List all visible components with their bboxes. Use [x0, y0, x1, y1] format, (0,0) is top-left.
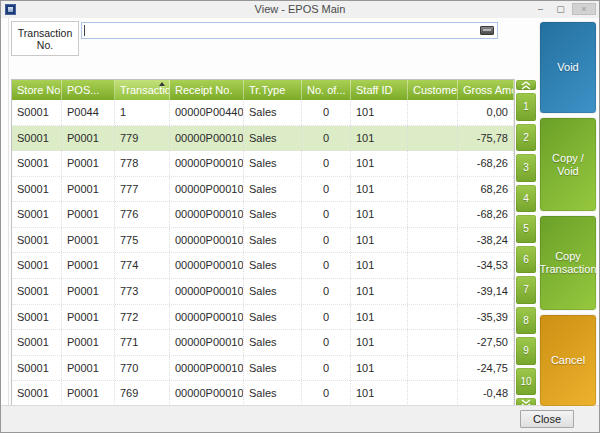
table-cell: -75,78 [458, 126, 514, 151]
column-header-tr-type[interactable]: Tr.Type [244, 80, 302, 100]
table-cell: -68,26 [458, 151, 514, 176]
table-cell: 776 [115, 202, 170, 227]
table-cell: 101 [351, 100, 408, 125]
close-window-button[interactable]: × [572, 3, 596, 15]
table-cell [408, 305, 458, 330]
table-cell: S0001 [12, 330, 62, 355]
table-row[interactable]: S0001P000177300000P000100000...Sales0101… [12, 279, 514, 305]
pager-button-1[interactable]: 1 [515, 92, 537, 122]
table-cell: P0001 [62, 202, 115, 227]
table-cell: 0 [302, 100, 351, 125]
table-row[interactable]: S0001P000176900000P000100000...Sales0101… [12, 381, 514, 407]
column-header-no-of[interactable]: No. of... [302, 80, 351, 100]
maximize-button[interactable]: ▢ [552, 3, 569, 15]
table-cell: 101 [351, 330, 408, 355]
main-content: Transaction No. Store No.POS...Transacti… [1, 18, 599, 432]
column-header-receipt-no[interactable]: Receipt No. [170, 80, 244, 100]
table-cell: 00000P000100000... [170, 151, 244, 176]
pager-button-2[interactable]: 2 [515, 123, 537, 153]
table-cell: 0 [302, 253, 351, 278]
table-cell: P0001 [62, 228, 115, 253]
scroll-up-icon[interactable] [515, 79, 537, 91]
table-cell: 774 [115, 253, 170, 278]
sort-ascending-icon [159, 82, 165, 86]
text-caret [84, 25, 85, 36]
table-cell: P0044 [62, 100, 115, 125]
pager-button-5[interactable]: 5 [515, 214, 537, 244]
pager-button-3[interactable]: 3 [515, 153, 537, 183]
table-row[interactable]: S0001P0044100000P004400000...Sales01010,… [12, 100, 514, 126]
column-header-staff-id[interactable]: Staff ID [351, 80, 408, 100]
column-header-label: Staff ID [356, 84, 392, 96]
copy-transaction-button[interactable]: Copy Transaction [539, 215, 597, 311]
void-button[interactable]: Void [539, 21, 597, 114]
table-cell: P0001 [62, 253, 115, 278]
column-header-label: Store No. [17, 84, 62, 96]
table-row[interactable]: S0001P000177100000P000100000...Sales0101… [12, 330, 514, 356]
table-cell: 101 [351, 126, 408, 151]
column-header-gross-amount[interactable]: Gross Amount [458, 80, 514, 100]
column-header-transaction[interactable]: Transaction... [115, 80, 170, 100]
transaction-no-input[interactable] [81, 22, 498, 39]
table-row[interactable]: S0001P000177700000P000100000...Sales0101… [12, 177, 514, 203]
table-cell: Sales [244, 305, 302, 330]
column-header-label: Gross Amount [463, 84, 514, 96]
table-cell: P0001 [62, 177, 115, 202]
pager-button-9[interactable]: 9 [515, 336, 537, 366]
table-row[interactable]: S0001P000177200000P000100000...Sales0101… [12, 305, 514, 331]
table-row[interactable]: S0001P000177600000P000100000...Sales0101… [12, 202, 514, 228]
close-button[interactable]: Close [520, 410, 574, 428]
table-cell: -34,53 [458, 253, 514, 278]
table-cell: S0001 [12, 100, 62, 125]
table-cell: S0001 [12, 126, 62, 151]
pager-button-7[interactable]: 7 [515, 275, 537, 305]
copy-void-button[interactable]: Copy / Void [539, 117, 597, 212]
table-cell: 779 [115, 126, 170, 151]
table-cell [408, 279, 458, 304]
table-row[interactable]: S0001P000177900000P000100000...Sales0101… [12, 126, 514, 152]
table-cell [408, 177, 458, 202]
table-cell: Sales [244, 202, 302, 227]
table-cell: 0 [302, 330, 351, 355]
table-cell: 00000P004400000... [170, 100, 244, 125]
table-cell: 0 [302, 126, 351, 151]
table-cell: 0 [302, 177, 351, 202]
table-cell: 00000P000100000... [170, 381, 244, 406]
table-cell: P0001 [62, 305, 115, 330]
table-cell: 101 [351, 279, 408, 304]
table-cell: S0001 [12, 356, 62, 381]
column-header-pos[interactable]: POS... [62, 80, 115, 100]
pager-button-6[interactable]: 6 [515, 245, 537, 275]
table-cell: 0 [302, 356, 351, 381]
table-cell: Sales [244, 381, 302, 406]
table-cell [408, 253, 458, 278]
keyboard-icon[interactable] [480, 26, 494, 35]
cancel-button[interactable]: Cancel [539, 314, 597, 407]
pager-button-10[interactable]: 10 [515, 367, 537, 397]
table-cell [408, 330, 458, 355]
table-row[interactable]: S0001P000177800000P000100000...Sales0101… [12, 151, 514, 177]
table-cell: P0001 [62, 330, 115, 355]
column-header-label: No. of... [307, 84, 346, 96]
table-cell: -24,75 [458, 356, 514, 381]
window-controls: – ▢ × [532, 3, 596, 15]
column-header-store-no[interactable]: Store No. [12, 80, 62, 100]
row-pager: 12345678910 [515, 79, 537, 409]
table-row[interactable]: S0001P000177400000P000100000...Sales0101… [12, 253, 514, 279]
minimize-button[interactable]: – [532, 3, 549, 15]
table-row[interactable]: S0001P000177000000P000100000...Sales0101… [12, 356, 514, 382]
pager-button-8[interactable]: 8 [515, 306, 537, 336]
table-cell: 00000P000100000... [170, 356, 244, 381]
transaction-no-label: Transaction No. [11, 21, 79, 56]
pager-button-4[interactable]: 4 [515, 184, 537, 214]
table-cell: 00000P000100000... [170, 177, 244, 202]
column-header-customer-no[interactable]: Customer No. [408, 80, 458, 100]
table-cell: S0001 [12, 202, 62, 227]
table-cell: Sales [244, 253, 302, 278]
title-bar: View - EPOS Main – ▢ × [1, 1, 599, 18]
table-cell: S0001 [12, 228, 62, 253]
table-cell: S0001 [12, 151, 62, 176]
transactions-grid: Store No.POS...Transaction...Receipt No.… [11, 79, 515, 409]
table-cell: S0001 [12, 177, 62, 202]
table-row[interactable]: S0001P000177500000P000100000...Sales0101… [12, 228, 514, 254]
